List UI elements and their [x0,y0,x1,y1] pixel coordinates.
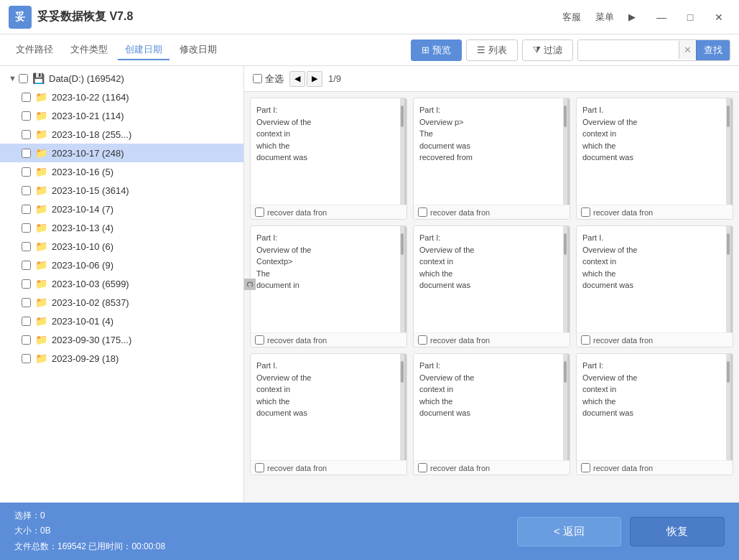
scrollbar-indicator-1[interactable] [563,98,567,205]
item-checkbox-14[interactable] [22,354,31,363]
titlebar-actions: 客服 菜单 ▶ [562,11,636,24]
menu-button[interactable]: 菜单 [595,11,614,24]
scrollbar-indicator-0[interactable] [400,98,404,205]
item-checkbox-8[interactable] [22,242,31,251]
nav-modify-date[interactable]: 修改日期 [172,40,224,60]
sidebar-item[interactable]: 📁 2023-09-30 (175...) [0,330,243,349]
sidebar-item[interactable]: 📁 2023-10-10 (6) [0,237,243,256]
card-checkbox-6[interactable] [255,463,264,472]
item-checkbox-11[interactable] [22,298,31,307]
select-all-checkbox[interactable] [253,74,262,83]
file-card[interactable]: Part I.Overview of thecontext inwhich th… [250,353,407,475]
item-checkbox-5[interactable] [22,186,31,195]
restore-button[interactable]: 恢复 [630,517,725,546]
nav-file-path[interactable]: 文件路径 [9,40,60,60]
scrollbar-indicator-7[interactable] [563,354,567,460]
list-icon: ☰ [477,45,485,55]
sidebar-item[interactable]: 📁 2023-10-18 (255...) [0,125,243,144]
sidebar-root-item[interactable]: ▼ 💾 Data(D:) (169542) [0,69,243,88]
item-checkbox-6[interactable] [22,205,31,214]
sidebar-item[interactable]: 📁 2023-10-13 (4) [0,218,243,237]
scrollbar-indicator-4[interactable] [563,226,567,332]
card-checkbox-1[interactable] [418,207,427,217]
file-card[interactable]: Part I:Overview of thecontext inwhich th… [576,353,733,475]
list-button[interactable]: ☰ 列表 [466,39,518,61]
sidebar-item[interactable]: 📁 2023-10-21 (114) [0,106,243,125]
content-header: 全选 ◀ ▶ 1/9 [244,66,739,92]
item-checkbox-13[interactable] [22,335,31,345]
item-checkbox-2[interactable] [22,130,31,139]
card-checkbox-0[interactable] [255,207,264,217]
minimize-button[interactable]: — [650,9,673,26]
item-label-7: 2023-10-13 (4) [52,223,238,233]
item-checkbox-0[interactable] [22,93,31,102]
item-checkbox-4[interactable] [22,167,31,177]
file-card[interactable]: Part I.Overview of thecontext inwhich th… [576,225,733,347]
menu-arrow-icon[interactable]: ▶ [628,11,636,22]
close-button[interactable]: ✕ [707,9,730,26]
file-card-preview-4: Part I:Overview of thecontext inwhich th… [414,226,570,332]
back-button[interactable]: < 返回 [517,517,621,546]
sidebar-item[interactable]: 📁 2023-10-15 (3614) [0,181,243,200]
search-clear-button[interactable]: ✕ [679,41,696,59]
card-checkbox-2[interactable] [581,207,590,217]
preview-label: 预览 [432,44,451,57]
search-input[interactable] [578,41,679,59]
file-card-text-2: Part I.Overview of thecontext inwhich th… [582,104,725,164]
card-checkbox-5[interactable] [581,335,590,345]
search-box: ✕ 查找 [577,39,730,61]
scrollbar-thumb-8 [727,361,730,383]
main-content: ▼ 💾 Data(D:) (169542) 📁 2023-10-22 (1164… [0,66,739,503]
scrollbar-indicator-2[interactable] [726,98,730,205]
scrollbar-indicator-3[interactable] [400,226,404,332]
card-checkbox-3[interactable] [255,335,264,345]
card-checkbox-4[interactable] [418,335,427,345]
file-card[interactable]: Part I.Overview of thecontext inwhich th… [576,98,733,220]
item-label-6: 2023-10-14 (7) [52,204,238,215]
file-card[interactable]: Part I:Overview of thecontext inwhich th… [413,353,570,475]
nav-create-date[interactable]: 创建日期 [118,40,169,60]
item-checkbox-3[interactable] [22,149,31,158]
file-card[interactable]: Part I:Overview p>Thedocument wasrecover… [413,98,570,220]
file-card[interactable]: Part I:Overview of thecontext inwhich th… [413,225,570,347]
sidebar-item[interactable]: 📁 2023-09-29 (18) [0,349,243,368]
sidebar-item[interactable]: 📁 2023-10-03 (6599) [0,274,243,293]
item-checkbox-7[interactable] [22,223,31,233]
search-submit-button[interactable]: 查找 [696,40,730,60]
item-checkbox-10[interactable] [22,279,31,289]
scrollbar-thumb-3 [401,233,404,255]
scrollbar-indicator-8[interactable] [726,354,730,460]
scrollbar-indicator-6[interactable] [400,354,404,460]
maximize-button[interactable]: □ [679,9,702,26]
prev-page-button[interactable]: ◀ [289,71,305,87]
card-checkbox-8[interactable] [581,463,590,472]
customer-service-button[interactable]: 客服 [562,11,581,24]
preview-button[interactable]: ⊞ 预览 [411,39,462,61]
item-checkbox-12[interactable] [22,317,31,326]
tree-toggle-icon: ▼ [9,74,16,83]
sidebar-item[interactable]: 📁 2023-10-22 (1164) [0,88,243,106]
page-info: 1/9 [328,73,341,84]
sidebar-item[interactable]: 📁 2023-10-02 (8537) [0,293,243,312]
item-checkbox-1[interactable] [22,111,31,121]
scrollbar-indicator-5[interactable] [726,226,730,332]
titlebar: 妥 妥妥数据恢复 V7.8 客服 菜单 ▶ — □ ✕ [0,0,739,34]
sidebar-item[interactable]: 📁 2023-10-01 (4) [0,312,243,330]
nav-file-type[interactable]: 文件类型 [63,40,115,60]
select-all-label[interactable]: 全选 [253,73,284,85]
item-checkbox-9[interactable] [22,261,31,270]
filter-button[interactable]: ⧩ 过滤 [522,39,573,61]
sidebar-item[interactable]: 📁 2023-10-17 (248) [0,144,243,162]
next-page-button[interactable]: ▶ [307,71,322,87]
item-label-9: 2023-10-06 (9) [52,260,238,271]
sidebar-item[interactable]: 📁 2023-10-06 (9) [0,256,243,274]
file-card[interactable]: Part I:Overview of theContextp>Thedocume… [250,225,407,347]
item-label-1: 2023-10-21 (114) [52,111,238,121]
sidebar-item[interactable]: 📁 2023-10-16 (5) [0,162,243,181]
root-checkbox[interactable] [19,74,28,83]
folder-icon-1: 📁 [35,110,47,121]
file-card[interactable]: Part I:Overview of thecontext inwhich th… [250,98,407,220]
sidebar-item[interactable]: 📁 2023-10-14 (7) [0,200,243,218]
card-checkbox-7[interactable] [418,463,427,472]
file-card-text-3: Part I:Overview of theContextp>Thedocume… [256,232,399,291]
